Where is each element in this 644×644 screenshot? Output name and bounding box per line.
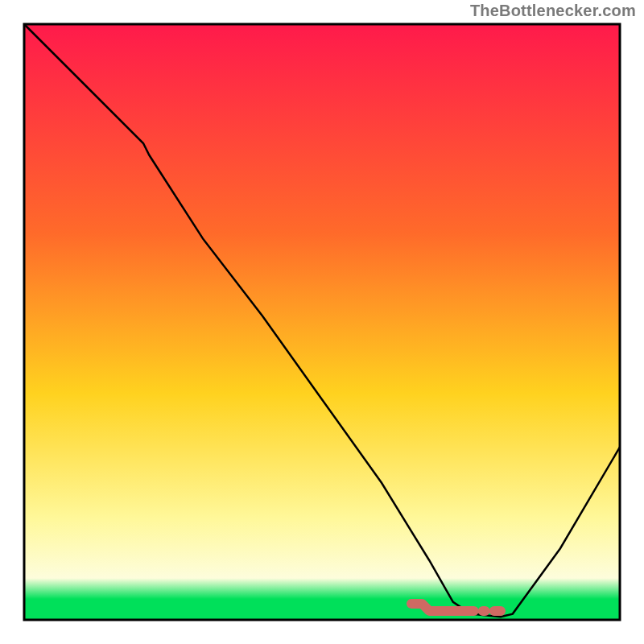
chart-stage: TheBottlenecker.com [0, 0, 644, 644]
watermark-text: TheBottlenecker.com [470, 2, 636, 20]
bottleneck-chart [0, 0, 644, 644]
